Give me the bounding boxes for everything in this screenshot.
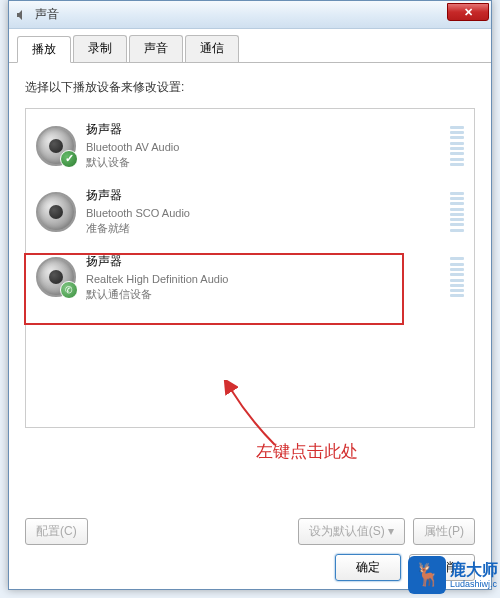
configure-button[interactable]: 配置(C) bbox=[25, 518, 88, 545]
device-status: 准备就绪 bbox=[86, 221, 450, 236]
device-info: 扬声器 Realtek High Definition Audio 默认通信设备 bbox=[86, 253, 450, 303]
comm-badge-icon: ✆ bbox=[60, 281, 78, 299]
titlebar[interactable]: 声音 ✕ bbox=[9, 1, 491, 29]
device-title: 扬声器 bbox=[86, 253, 450, 270]
tab-sounds[interactable]: 声音 bbox=[129, 35, 183, 62]
device-status: 默认通信设备 bbox=[86, 287, 450, 302]
dialog-button-row: 确定 取消 bbox=[335, 554, 475, 581]
device-info: 扬声器 Bluetooth SCO Audio 准备就绪 bbox=[86, 187, 450, 237]
device-item[interactable]: ✓ 扬声器 Bluetooth AV Audio 默认设备 bbox=[30, 113, 470, 179]
ok-button[interactable]: 确定 bbox=[335, 554, 401, 581]
tab-recording[interactable]: 录制 bbox=[73, 35, 127, 62]
device-list[interactable]: ✓ 扬声器 Bluetooth AV Audio 默认设备 扬声器 Blueto… bbox=[25, 108, 475, 428]
device-title: 扬声器 bbox=[86, 121, 450, 138]
level-meter bbox=[450, 192, 464, 232]
sound-dialog: 声音 ✕ 播放 录制 声音 通信 选择以下播放设备来修改设置: ✓ 扬声器 Bl… bbox=[8, 0, 492, 590]
device-subtitle: Bluetooth AV Audio bbox=[86, 140, 450, 155]
default-badge-icon: ✓ bbox=[60, 150, 78, 168]
device-title: 扬声器 bbox=[86, 187, 450, 204]
tab-playback[interactable]: 播放 bbox=[17, 36, 71, 63]
properties-button[interactable]: 属性(P) bbox=[413, 518, 475, 545]
tab-content: 选择以下播放设备来修改设置: ✓ 扬声器 Bluetooth AV Audio … bbox=[9, 63, 491, 444]
instruction-text: 选择以下播放设备来修改设置: bbox=[25, 79, 475, 96]
speaker-icon: ✓ bbox=[36, 126, 76, 166]
level-meter bbox=[450, 257, 464, 297]
cancel-button[interactable]: 取消 bbox=[409, 554, 475, 581]
device-subtitle: Realtek High Definition Audio bbox=[86, 272, 450, 287]
bottom-button-row: 配置(C) 设为默认值(S) ▾ 属性(P) bbox=[25, 518, 475, 545]
device-item[interactable]: 扬声器 Bluetooth SCO Audio 准备就绪 bbox=[30, 179, 470, 245]
level-meter bbox=[450, 126, 464, 166]
tab-bar: 播放 录制 声音 通信 bbox=[9, 29, 491, 63]
window-title: 声音 bbox=[35, 6, 59, 23]
speaker-icon: ✆ bbox=[36, 257, 76, 297]
speaker-icon bbox=[36, 192, 76, 232]
device-subtitle: Bluetooth SCO Audio bbox=[86, 206, 450, 221]
device-info: 扬声器 Bluetooth AV Audio 默认设备 bbox=[86, 121, 450, 171]
device-item[interactable]: ✆ 扬声器 Realtek High Definition Audio 默认通信… bbox=[30, 245, 470, 311]
set-default-button[interactable]: 设为默认值(S) ▾ bbox=[298, 518, 405, 545]
sound-icon bbox=[13, 7, 29, 23]
close-button[interactable]: ✕ bbox=[447, 3, 489, 21]
device-status: 默认设备 bbox=[86, 155, 450, 170]
tab-communications[interactable]: 通信 bbox=[185, 35, 239, 62]
